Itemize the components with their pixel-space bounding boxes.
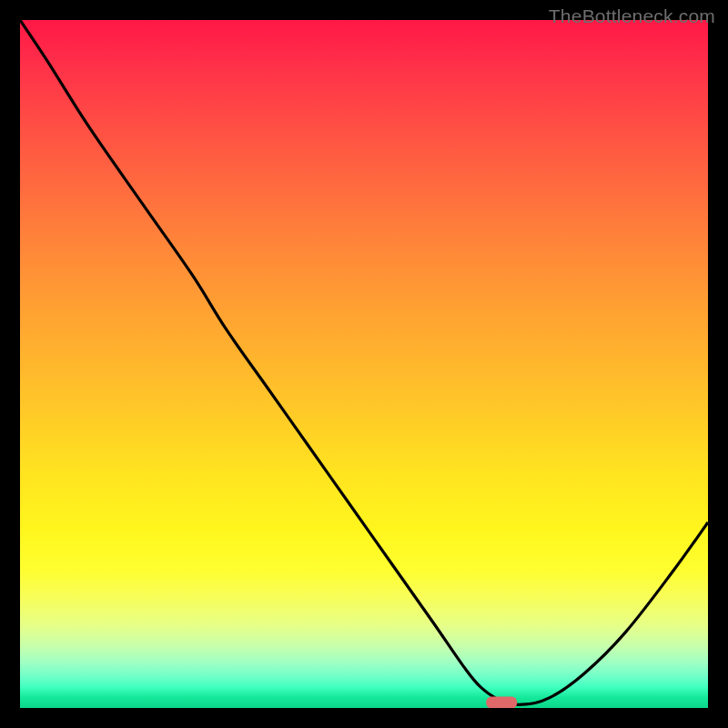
plot-area (20, 20, 708, 708)
watermark-text: TheBottleneck.com (549, 5, 715, 27)
optimal-marker (486, 696, 517, 708)
chart-svg (20, 20, 708, 708)
bottleneck-curve (20, 20, 708, 704)
